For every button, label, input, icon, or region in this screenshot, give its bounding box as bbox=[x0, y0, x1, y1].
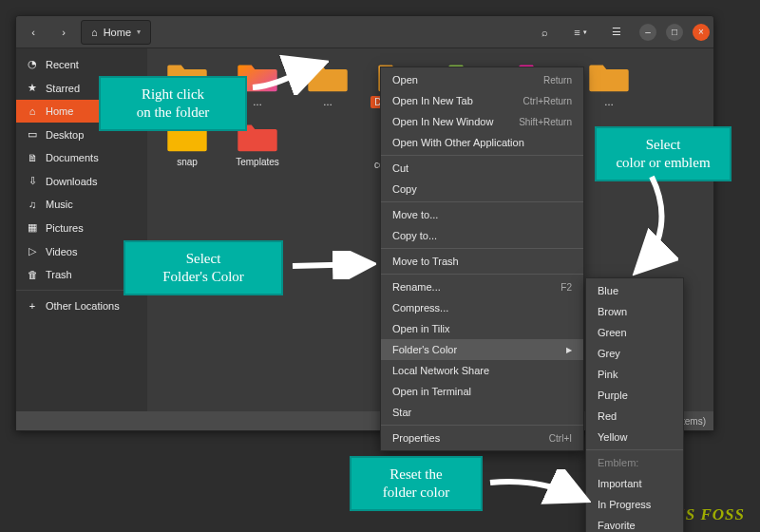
menu-item[interactable]: Local Network Share bbox=[381, 360, 583, 381]
menu-item[interactable]: Open In New TabCtrl+Return bbox=[381, 90, 583, 111]
menu-separator bbox=[381, 155, 583, 156]
menu-item-label: Blue bbox=[598, 285, 618, 296]
folder-label: … bbox=[319, 96, 336, 108]
menu-item[interactable]: Open In New WindowShift+Return bbox=[381, 111, 583, 132]
emblem-option[interactable]: In Progress bbox=[586, 494, 683, 515]
emblem-option[interactable]: Favorite bbox=[586, 515, 683, 532]
nav-back-button[interactable]: ‹ bbox=[20, 20, 47, 45]
breadcrumb-label: Home bbox=[104, 27, 131, 38]
menu-item[interactable]: Move to Trash bbox=[381, 251, 583, 272]
menu-item-label: Move to... bbox=[392, 209, 438, 220]
music-icon: ♫ bbox=[26, 199, 39, 210]
color-option[interactable]: Blue bbox=[586, 280, 683, 301]
menu-item-shortcut: F2 bbox=[560, 282, 572, 293]
color-option[interactable]: Red bbox=[586, 406, 683, 427]
menu-item[interactable]: Cut bbox=[381, 158, 583, 179]
sidebar-item-other-locations[interactable]: +Other Locations bbox=[16, 294, 147, 317]
menu-item[interactable]: OpenReturn bbox=[381, 69, 583, 90]
folder-label: snap bbox=[173, 156, 201, 168]
search-icon: ⌕ bbox=[542, 27, 548, 38]
arrow-icon bbox=[289, 251, 376, 279]
folder-label: … bbox=[600, 96, 618, 108]
menu-item[interactable]: Open in Tilix bbox=[381, 318, 583, 339]
color-option[interactable]: Yellow bbox=[586, 427, 683, 447]
menu-separator bbox=[586, 449, 683, 450]
sidebar-item-label: Desktop bbox=[46, 129, 84, 141]
sidebar-item-label: Documents bbox=[46, 152, 99, 163]
nav-forward-button[interactable]: › bbox=[50, 20, 77, 45]
menu-item[interactable]: Copy bbox=[381, 179, 583, 200]
menu-item-label: Brown bbox=[598, 306, 627, 317]
sidebar-item-recent[interactable]: ◔Recent bbox=[16, 52, 147, 76]
menu-item-label: Copy bbox=[392, 183, 417, 195]
menu-separator bbox=[381, 248, 583, 249]
sidebar-item-label: Other Locations bbox=[46, 300, 120, 312]
menu-item-label: Important bbox=[598, 478, 641, 489]
menu-item-shortcut: Shift+Return bbox=[519, 117, 572, 127]
menu-item-label: Red bbox=[598, 410, 617, 422]
menu-item[interactable]: Folder's Color▶ bbox=[381, 339, 583, 360]
color-option[interactable]: Pink bbox=[586, 364, 683, 385]
menu-item[interactable]: PropertiesCtrl+I bbox=[381, 428, 583, 448]
folder-label: … bbox=[249, 96, 266, 108]
menu-item[interactable]: Open With Other Application bbox=[381, 132, 583, 153]
color-option[interactable]: Purple bbox=[586, 385, 683, 406]
color-option[interactable]: Grey bbox=[586, 343, 683, 364]
chevron-down-icon: ▾ bbox=[137, 28, 141, 36]
menu-item-label: Open With Other Application bbox=[392, 137, 524, 148]
menu-item[interactable]: Copy to... bbox=[381, 225, 583, 246]
home-icon: ⌂ bbox=[26, 105, 39, 117]
pictures-icon: ▦ bbox=[26, 221, 39, 234]
arrow-icon bbox=[486, 469, 591, 507]
desktop-icon: ▭ bbox=[26, 128, 39, 141]
minimize-icon: – bbox=[645, 27, 651, 37]
emblem-option[interactable]: Important bbox=[586, 473, 683, 494]
menu-item-label: Open bbox=[392, 74, 418, 86]
menu-item[interactable]: Rename...F2 bbox=[381, 276, 583, 297]
menu-item-label: Pink bbox=[598, 369, 618, 380]
hamburger-menu-button[interactable]: ☰ bbox=[603, 20, 630, 45]
color-option[interactable]: Brown bbox=[586, 301, 683, 322]
clock-icon: ◔ bbox=[26, 58, 39, 70]
menu-item[interactable]: Open in Terminal bbox=[381, 381, 583, 402]
sidebar-item-documents[interactable]: 🗎Documents bbox=[16, 146, 147, 169]
menu-item-label: Open In New Tab bbox=[392, 95, 473, 106]
menu-separator bbox=[381, 425, 583, 426]
chevron-down-icon: ▾ bbox=[583, 28, 587, 36]
chevron-right-icon: › bbox=[57, 27, 70, 38]
folder-item[interactable]: … bbox=[575, 56, 643, 112]
sidebar-item-music[interactable]: ♫Music bbox=[16, 193, 147, 216]
maximize-icon: □ bbox=[672, 27, 677, 37]
menu-item[interactable]: Star bbox=[381, 402, 583, 423]
breadcrumb[interactable]: ⌂ Home ▾ bbox=[81, 20, 151, 45]
view-mode-button[interactable]: ≡ ▾ bbox=[561, 20, 599, 45]
menu-item-label: In Progress bbox=[598, 499, 651, 510]
annotation-select-folders-color: Select Folder's Color bbox=[124, 240, 283, 295]
chevron-right-icon: ▶ bbox=[566, 346, 572, 354]
document-icon: 🗎 bbox=[26, 152, 39, 163]
sidebar-item-label: Trash bbox=[46, 269, 72, 280]
close-button[interactable]: × bbox=[693, 24, 710, 41]
color-option[interactable]: Green bbox=[586, 322, 683, 343]
menu-item-label: Local Network Share bbox=[392, 365, 489, 376]
menu-item-label: Purple bbox=[598, 390, 628, 401]
menu-icon: ☰ bbox=[612, 26, 621, 38]
arrow-icon bbox=[249, 53, 329, 95]
search-button[interactable]: ⌕ bbox=[531, 20, 558, 45]
home-icon: ⌂ bbox=[91, 27, 98, 38]
menu-item-label: Open In New Window bbox=[392, 116, 493, 127]
titlebar: ‹ › ⌂ Home ▾ ⌕ ≡ ▾ ☰ – □ × bbox=[16, 16, 713, 48]
minimize-button[interactable]: – bbox=[639, 24, 656, 41]
menu-item-label: Open in Tilix bbox=[392, 323, 450, 334]
menu-item[interactable]: Compress... bbox=[381, 297, 583, 318]
chevron-left-icon: ‹ bbox=[27, 27, 40, 38]
sidebar-item-downloads[interactable]: ⇩Downloads bbox=[16, 169, 147, 193]
maximize-button[interactable]: □ bbox=[666, 24, 683, 41]
sidebar-item-label: Music bbox=[46, 199, 73, 210]
sidebar-item-label: Home bbox=[46, 105, 73, 117]
menu-item[interactable]: Move to... bbox=[381, 204, 583, 225]
menu-separator bbox=[381, 201, 583, 202]
sidebar-item-label: Pictures bbox=[46, 222, 84, 234]
menu-item-label: Star bbox=[392, 407, 411, 418]
sidebar-item-pictures[interactable]: ▦Pictures bbox=[16, 216, 147, 239]
